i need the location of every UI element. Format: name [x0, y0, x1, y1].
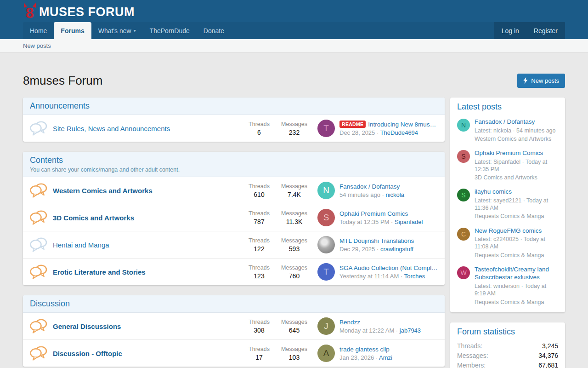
- messages-label: Messages: [281, 346, 307, 352]
- latest-date: Dec 29, 2025 ·: [339, 246, 379, 253]
- messages-count: 11.3K: [281, 218, 307, 225]
- forum-link[interactable]: 3D Comics and Artworks: [53, 214, 246, 222]
- latest-post-link[interactable]: ilayhu comics: [475, 188, 558, 196]
- forum-link[interactable]: Western Comics and Artworks: [53, 187, 246, 195]
- forum-row-site-rules: Site Rules, News and Announcements Threa…: [23, 115, 445, 142]
- latest-thread-link[interactable]: Introducing New 8muses ...: [368, 121, 438, 128]
- stat-label: Threads:: [457, 342, 482, 350]
- threads-count: 308: [246, 327, 272, 334]
- category-title-link[interactable]: Discussion: [30, 299, 70, 308]
- latest-thread-link[interactable]: trade giantess clip: [339, 346, 438, 353]
- site-header: 8 MUSES FORUM Home Forums What's new ▾ T…: [0, 0, 588, 39]
- stat-value: 67,681: [538, 362, 558, 368]
- forum-statistics-widget: Forum statistics Threads: 3,245 Messages…: [450, 322, 565, 368]
- comments-icon: [30, 210, 47, 225]
- latest-post-meta: Latest: nickola · 54 minutes ago: [475, 127, 556, 134]
- forum-stats: Threads 308 Messages 645: [246, 319, 307, 334]
- latest-user-link[interactable]: TheDude4694: [380, 129, 418, 136]
- svg-text:8: 8: [26, 5, 34, 20]
- subnav-new-posts-link[interactable]: New posts: [23, 42, 51, 49]
- stat-label: Members:: [457, 362, 486, 368]
- latest-thread-link[interactable]: Fansadox / Dofantasy: [339, 183, 438, 190]
- latest-user-link[interactable]: crawlingstuff: [380, 246, 413, 253]
- comments-icon: [30, 346, 47, 361]
- avatar[interactable]: N: [457, 119, 470, 132]
- comments-icon: [30, 264, 47, 280]
- nav-item-forums[interactable]: Forums: [54, 22, 91, 39]
- stat-value: 34,376: [538, 352, 558, 359]
- latest-post-category: Requests Comics & Manga: [475, 299, 558, 306]
- nav-item-home[interactable]: Home: [23, 22, 54, 39]
- avatar[interactable]: N: [317, 182, 335, 199]
- stat-value: 3,245: [542, 342, 558, 350]
- latest-post-category: Requests Comics & Manga: [475, 213, 558, 220]
- messages-count: 232: [281, 129, 307, 136]
- messages-label: Messages: [281, 121, 307, 127]
- latest-thread-link[interactable]: Ophaki Premium Comics: [339, 210, 438, 217]
- register-button[interactable]: Register: [526, 22, 565, 39]
- forum-statistics-title: Forum statistics: [457, 327, 515, 336]
- avatar[interactable]: T: [317, 120, 335, 137]
- latest-posts-title[interactable]: Latest posts: [457, 102, 502, 111]
- forum-link[interactable]: Hentai and Manga: [53, 241, 246, 249]
- nav-spacer: [231, 22, 494, 39]
- stat-row-threads: Threads: 3,245: [457, 341, 558, 351]
- category-title-link[interactable]: Announcements: [30, 101, 90, 110]
- latest-post-cell: N Fansadox / Dofantasy 54 minutes ago · …: [317, 182, 438, 199]
- comments-icon: [30, 319, 47, 334]
- forum-stats: Threads 123 Messages 760: [246, 264, 307, 280]
- threads-label: Threads: [246, 210, 272, 217]
- forum-link[interactable]: Discussion - Offtopic: [53, 350, 246, 357]
- chevron-down-icon[interactable]: ▾: [134, 28, 136, 33]
- nav-item-donate[interactable]: Donate: [197, 22, 231, 39]
- forum-stats: Threads 787 Messages 11.3K: [246, 210, 307, 225]
- site-logo[interactable]: 8 MUSES FORUM: [23, 2, 135, 20]
- latest-user-link[interactable]: Amzi: [379, 354, 392, 361]
- avatar[interactable]: S: [457, 189, 470, 201]
- avatar[interactable]: J: [317, 317, 335, 335]
- messages-label: Messages: [281, 183, 307, 190]
- avatar[interactable]: [317, 236, 335, 253]
- latest-date: Dec 28, 2025 ·: [339, 129, 379, 136]
- forum-link[interactable]: Erotic Literature and Stories: [53, 268, 246, 276]
- avatar[interactable]: W: [457, 266, 470, 279]
- new-posts-button[interactable]: New posts: [517, 74, 565, 88]
- latest-date: Today at 12:35 PM ·: [339, 218, 393, 225]
- latest-post-link[interactable]: New RogueFMG comics: [475, 227, 558, 235]
- avatar[interactable]: C: [457, 228, 470, 241]
- forum-stats: Threads 17 Messages 103: [246, 346, 307, 361]
- comments-icon: [30, 121, 47, 136]
- latest-user-link[interactable]: jab7943: [400, 327, 421, 334]
- latest-user-link[interactable]: nickola: [385, 191, 404, 198]
- avatar[interactable]: T: [317, 263, 335, 281]
- forum-stats: Threads 122 Messages 593: [246, 237, 307, 253]
- nav-item-whats-new[interactable]: What's new ▾: [91, 22, 143, 39]
- nav-item-theporndude[interactable]: ThePornDude: [143, 22, 197, 39]
- new-posts-button-label: New posts: [531, 77, 559, 84]
- latest-post-category: Requests Comics & Manga: [475, 252, 558, 259]
- avatar[interactable]: S: [457, 150, 470, 163]
- latest-post-link[interactable]: Fansadox / Dofantasy: [475, 118, 556, 126]
- stat-row-members: Members: 67,681: [457, 361, 558, 368]
- avatar[interactable]: A: [317, 345, 335, 362]
- latest-user-link[interactable]: Sipanfadel: [395, 218, 423, 225]
- latest-post-link[interactable]: Tasteofchoklit/Creamy land Subscribestar…: [475, 265, 558, 282]
- devil-eight-icon: 8: [23, 2, 37, 20]
- latest-post-link[interactable]: Ophaki Premium Comics: [475, 149, 558, 157]
- latest-thread-link[interactable]: MTL Doujinshi Translations: [339, 237, 438, 244]
- latest-thread-link[interactable]: SGA Audio Collection (Not Complet...: [339, 264, 438, 271]
- messages-label: Messages: [281, 237, 307, 244]
- stat-label: Messages:: [457, 352, 488, 359]
- category-title-link[interactable]: Contents: [30, 155, 63, 165]
- forum-link[interactable]: Site Rules, News and Announcements: [53, 125, 246, 132]
- latest-post-category: 3D Comics and Artworks: [475, 174, 558, 181]
- latest-user-link[interactable]: Torches: [404, 273, 425, 280]
- category-header: Contents You can share your comics/manga…: [23, 152, 445, 177]
- forum-link[interactable]: General Discussions: [53, 322, 246, 330]
- category-contents: Contents You can share your comics/manga…: [23, 152, 445, 285]
- readme-badge: README: [339, 121, 366, 128]
- latest-thread-link[interactable]: Bendzz: [339, 319, 438, 326]
- avatar[interactable]: S: [317, 209, 335, 226]
- comments-icon: [30, 237, 47, 253]
- login-button[interactable]: Log in: [494, 22, 526, 39]
